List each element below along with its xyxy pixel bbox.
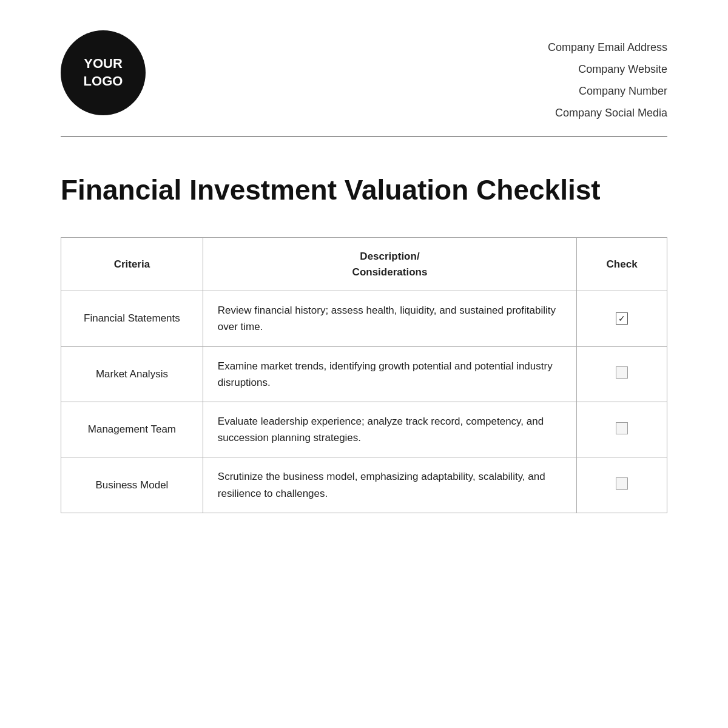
logo-line2: LOGO [84,73,123,90]
table-row-3: Business ModelScrutinize the business mo… [61,457,667,513]
checkbox-unchecked-2[interactable] [616,422,628,434]
table-row-0: Financial StatementsReview financial his… [61,291,667,346]
check-cell-2[interactable] [577,402,667,457]
page-header: YOUR LOGO Company Email AddressCompany W… [61,30,667,124]
checklist-table: CriteriaDescription/ConsiderationsCheck … [61,237,667,513]
criteria-cell-3: Business Model [61,457,203,513]
page-title: Financial Investment Valuation Checklist [61,174,667,207]
checkbox-unchecked-3[interactable] [616,477,628,490]
company-info-line-3: Company Social Media [548,102,667,124]
table-header-row: CriteriaDescription/ConsiderationsCheck [61,238,667,291]
company-info-line-0: Company Email Address [548,36,667,58]
description-cell-2: Evaluate leadership experience; analyze … [203,402,576,457]
company-info-line-1: Company Website [548,58,667,80]
table-row-1: Market AnalysisExamine market trends, id… [61,346,667,402]
company-info-line-2: Company Number [548,80,667,102]
check-cell-3[interactable] [577,457,667,513]
description-cell-1: Examine market trends, identifying growt… [203,346,576,402]
criteria-cell-1: Market Analysis [61,346,203,402]
checkbox-unchecked-1[interactable] [616,366,628,379]
table-body: Financial StatementsReview financial his… [61,291,667,513]
company-info-block: Company Email AddressCompany WebsiteComp… [548,30,667,124]
description-cell-3: Scrutinize the business model, emphasizi… [203,457,576,513]
criteria-cell-2: Management Team [61,402,203,457]
table-col-header-0: Criteria [61,238,203,291]
criteria-cell-0: Financial Statements [61,291,203,346]
company-logo: YOUR LOGO [61,30,146,115]
checkbox-checked-0[interactable]: ✓ [616,312,628,325]
header-divider [61,136,667,137]
table-col-header-1: Description/Considerations [203,238,576,291]
table-col-header-2: Check [577,238,667,291]
table-row-2: Management TeamEvaluate leadership exper… [61,402,667,457]
check-cell-1[interactable] [577,346,667,402]
check-cell-0[interactable]: ✓ [577,291,667,346]
logo-line1: YOUR [84,55,123,73]
description-cell-0: Review financial history; assess health,… [203,291,576,346]
